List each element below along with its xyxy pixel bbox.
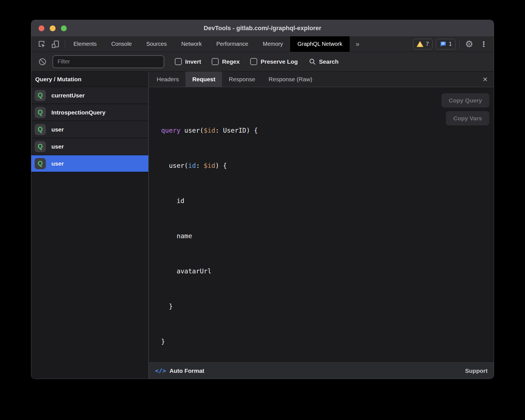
list-item-introspectionquery[interactable]: Q IntrospectionQuery [31,104,148,121]
toggle-device-toolbar-button[interactable] [50,39,61,50]
title-bar: DevTools - gitlab.com/-/graphql-explorer [31,20,494,36]
auto-format-label: Auto Format [170,367,204,374]
tab-console[interactable]: Console [104,36,139,52]
list-item-label: user [51,160,64,167]
devtools-toolbar: Elements Console Sources Network Perform… [31,36,494,52]
copy-vars-button[interactable]: Copy Vars [446,111,489,125]
code-brackets-icon: </> [155,367,166,374]
chevron-double-right-icon: » [356,40,359,48]
invert-checkbox-group[interactable]: Invert [175,58,201,65]
code-line: id [161,195,494,207]
filter-input[interactable] [52,55,164,68]
tab-graphql-network[interactable]: GraphQL Network [290,36,349,52]
tab-sources[interactable]: Sources [139,36,174,52]
code-line: } [161,336,494,347]
list-item-user-3-selected[interactable]: Q user [31,155,148,172]
minimize-window-button[interactable] [50,25,56,31]
regex-checkbox-group[interactable]: Regex [212,58,240,65]
tab-elements[interactable]: Elements [66,36,104,52]
preserve-log-checkbox-group[interactable]: Preserve Log [250,58,298,65]
query-type-badge: Q [35,124,46,135]
regex-label: Regex [222,58,240,65]
search-label: Search [319,58,338,65]
tab-response-raw[interactable]: Response (Raw) [262,71,319,87]
list-item-currentuser[interactable]: Q currentUser [31,87,148,104]
detail-tabs: Headers Request Response Response (Raw) … [149,71,494,87]
warnings-badge[interactable]: 7 [413,39,433,49]
search-toggle[interactable]: Search [309,58,338,65]
tab-request[interactable]: Request [185,71,222,87]
request-body: Copy Query Copy Vars query user($id: Use… [149,87,494,362]
clear-button[interactable] [37,56,48,67]
list-item-user-1[interactable]: Q user [31,121,148,138]
warnings-count: 7 [426,41,429,47]
more-options-button[interactable]: ⋮ [478,39,489,50]
invert-label: Invert [185,58,201,65]
regex-checkbox[interactable] [212,58,219,65]
toolbar-separator [65,40,65,48]
code-line: } [161,300,494,312]
query-type-badge: Q [35,141,46,152]
code-line: user(id: $id) { [161,160,494,171]
chat-bubble-icon [440,41,446,47]
tab-network[interactable]: Network [174,36,209,52]
tab-memory[interactable]: Memory [256,36,290,52]
query-type-badge: Q [35,90,46,101]
panel-tabs: Elements Console Sources Network Perform… [66,36,366,52]
tab-performance[interactable]: Performance [209,36,256,52]
maximize-window-button[interactable] [61,25,67,31]
code-line: avatarUrl [161,265,494,277]
query-type-badge: Q [35,158,46,169]
query-type-badge: Q [35,107,46,118]
inspect-element-button[interactable] [36,39,47,50]
tab-response[interactable]: Response [222,71,262,87]
code-line: query user($id: UserID) { [161,125,494,136]
request-detail-panel: Headers Request Response Response (Raw) … [149,71,494,379]
query-list-header: Query / Mutation [31,71,148,87]
settings-button[interactable]: ⚙ [464,39,475,50]
copy-query-button[interactable]: Copy Query [442,93,489,108]
devtools-window: DevTools - gitlab.com/-/graphql-explorer… [31,20,494,379]
window-title: DevTools - gitlab.com/-/graphql-explorer [31,25,494,32]
toolbar-right-separator [459,40,460,48]
detail-footer: </> Auto Format Support [149,362,494,379]
preserve-log-label: Preserve Log [261,58,298,65]
close-icon: × [483,75,488,84]
list-item-label: currentUser [51,92,85,99]
preserve-log-checkbox[interactable] [250,58,257,65]
tab-headers[interactable]: Headers [150,71,185,87]
messages-badge[interactable]: 1 [436,39,455,49]
messages-count: 1 [449,41,452,47]
list-item-label: IntrospectionQuery [51,109,106,116]
list-item-label: user [51,143,64,150]
list-item-label: user [51,126,64,133]
query-list-panel: Query / Mutation Q currentUser Q Introsp… [31,71,149,379]
list-item-user-2[interactable]: Q user [31,138,148,155]
filter-bar: Invert Regex Preserve Log Search [31,52,494,71]
inspect-cursor-icon [38,40,46,48]
kebab-menu-icon: ⋮ [478,40,489,48]
device-toolbar-icon [51,40,59,48]
close-detail-button[interactable]: × [480,71,490,87]
graphql-query-code: query user($id: UserID) { user(id: $id) … [149,87,494,362]
support-link[interactable]: Support [465,367,488,374]
window-controls [39,25,67,31]
auto-format-button[interactable]: </> Auto Format [155,367,204,374]
gear-icon: ⚙ [465,39,473,49]
close-window-button[interactable] [39,25,44,31]
warning-triangle-icon [417,41,423,47]
code-line: name [161,230,494,242]
more-tabs-button[interactable]: » [350,36,366,52]
search-icon [309,58,316,65]
block-icon [39,58,46,66]
invert-checkbox[interactable] [175,58,182,65]
